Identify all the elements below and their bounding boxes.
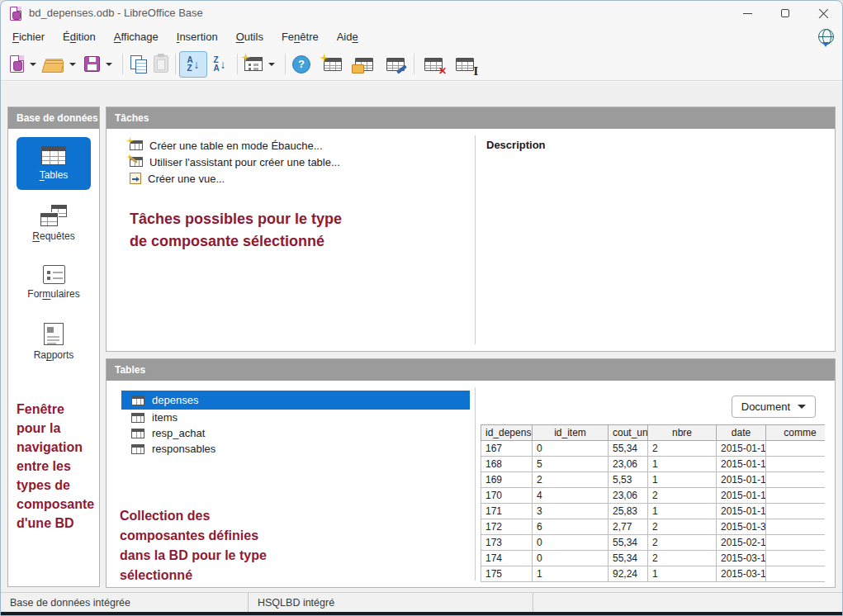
sort-descending-button[interactable]: Z A ↓ — [206, 52, 233, 77]
sort-ascending-button[interactable]: A Z ↓ — [180, 52, 206, 77]
grid-cell[interactable]: 55,34 — [609, 535, 648, 551]
new-database-button[interactable] — [7, 53, 26, 75]
grid-cell[interactable]: 168 — [481, 457, 533, 472]
new-table-button[interactable] — [321, 55, 344, 73]
grid-cell[interactable]: 23,06 — [609, 488, 648, 504]
task-table-wizard[interactable]: Utiliser l'assistant pour créer une tabl… — [130, 154, 340, 170]
grid-cell[interactable]: 175 — [481, 566, 533, 582]
table-item-items[interactable]: items — [121, 410, 470, 425]
grid-cell[interactable]: 172 — [481, 519, 533, 535]
grid-cell[interactable]: 171 — [481, 504, 533, 519]
grid-cell[interactable]: 3 — [533, 504, 609, 519]
edit-table-button[interactable] — [384, 55, 407, 73]
grid-cell[interactable]: 170 — [481, 488, 533, 504]
grid-cell[interactable] — [766, 535, 826, 551]
open-button[interactable] — [42, 54, 66, 75]
new-database-dropdown-arrow[interactable] — [30, 63, 36, 66]
sidebar-item-rapports[interactable]: Rapports — [17, 315, 91, 368]
close-button[interactable] — [804, 1, 842, 26]
help-button[interactable]: ? — [290, 53, 313, 76]
paste-button[interactable] — [151, 53, 171, 75]
grid-cell[interactable]: 25,83 — [609, 504, 648, 519]
menu-affichage[interactable]: Affichage — [105, 27, 168, 46]
grid-cell[interactable]: 0 — [533, 441, 609, 457]
grid-cell[interactable]: 2015-03-15 — [717, 551, 766, 566]
grid-cell[interactable]: 169 — [481, 472, 533, 488]
menu-fenetre[interactable]: Fenêtre — [272, 27, 328, 46]
save-button[interactable] — [82, 54, 102, 74]
grid-cell[interactable] — [766, 472, 826, 488]
grid-cell[interactable]: 2015-01-15 — [717, 504, 766, 519]
form-wizard-button[interactable] — [242, 54, 265, 73]
grid-cell[interactable]: 4 — [533, 488, 609, 504]
grid-cell[interactable]: 1 — [648, 457, 717, 472]
grid-column-header[interactable]: nbre — [648, 425, 717, 441]
grid-cell[interactable]: 2015-01-15 — [717, 457, 766, 472]
menu-fichier[interactable]: Fichier — [3, 27, 54, 46]
sidebar-item-requetes[interactable]: Requêtes — [17, 197, 91, 249]
grid-cell[interactable]: 173 — [481, 535, 533, 551]
grid-column-header[interactable]: id_item — [533, 425, 609, 441]
grid-cell[interactable]: 23,06 — [609, 457, 648, 472]
grid-cell[interactable]: 2 — [648, 535, 717, 551]
grid-cell[interactable] — [766, 551, 826, 566]
title-bar[interactable]: bd_depenses.odb - LibreOffice Base — [1, 1, 842, 26]
grid-cell[interactable]: 174 — [481, 551, 533, 566]
grid-cell[interactable]: 1 — [533, 566, 609, 582]
grid-cell[interactable]: 2 — [648, 488, 717, 504]
table-item-depenses[interactable]: depenses — [121, 391, 470, 410]
maximize-button[interactable] — [766, 1, 804, 26]
form-wizard-dropdown-arrow[interactable] — [268, 63, 275, 66]
grid-cell[interactable]: 2 — [648, 441, 717, 457]
grid-cell[interactable]: 5,53 — [609, 472, 648, 488]
grid-cell[interactable]: 2015-01-15 — [717, 488, 766, 504]
grid-cell[interactable]: 2 — [533, 472, 609, 488]
grid-column-header[interactable]: id_depense — [481, 425, 533, 441]
grid-cell[interactable] — [766, 441, 826, 457]
task-create-table-design[interactable]: Créer une table en mode Ébauche... — [130, 137, 340, 154]
grid-cell[interactable]: 1 — [648, 472, 717, 488]
grid-cell[interactable] — [766, 566, 826, 582]
grid-cell[interactable]: 2,77 — [609, 519, 648, 535]
grid-cell[interactable]: 2015-03-15 — [717, 566, 766, 582]
grid-cell[interactable]: 0 — [533, 535, 609, 551]
menu-aide[interactable]: Aide — [328, 27, 367, 46]
minimize-button[interactable] — [728, 1, 766, 26]
grid-cell[interactable]: 5 — [533, 457, 609, 472]
menu-outils[interactable]: Outils — [227, 27, 272, 46]
menu-insertion[interactable]: Insertion — [168, 27, 227, 46]
grid-cell[interactable]: 167 — [481, 441, 533, 457]
grid-cell[interactable]: 92,24 — [609, 566, 648, 582]
grid-cell[interactable]: 2 — [648, 519, 717, 535]
task-create-view[interactable]: Créer une vue... — [130, 170, 340, 187]
open-dropdown-arrow[interactable] — [69, 63, 76, 66]
grid-cell[interactable]: 2015-01-15 — [717, 441, 766, 457]
grid-cell[interactable]: 2015-02-15 — [717, 535, 766, 551]
table-item-responsables[interactable]: responsables — [121, 441, 470, 457]
grid-cell[interactable]: 55,34 — [609, 441, 648, 457]
grid-cell[interactable] — [766, 457, 826, 472]
rename-table-button[interactable] — [453, 55, 476, 73]
menu-edition[interactable]: Édition — [54, 27, 105, 46]
grid-column-header[interactable]: date — [717, 425, 766, 441]
grid-cell[interactable]: 55,34 — [609, 551, 648, 566]
grid-cell[interactable]: 2015-01-15 — [717, 472, 766, 488]
update-globe-icon[interactable] — [818, 29, 834, 45]
grid-cell[interactable] — [766, 488, 826, 504]
sidebar-item-tables[interactable]: Tables — [17, 137, 91, 190]
grid-cell[interactable]: 1 — [648, 504, 717, 519]
save-dropdown-arrow[interactable] — [106, 63, 112, 66]
document-dropdown-button[interactable]: Document — [732, 396, 816, 418]
sidebar-item-formulaires[interactable]: Formulaires — [17, 256, 91, 309]
delete-table-button[interactable] — [422, 55, 445, 73]
table-item-resp-achat[interactable]: resp_achat — [121, 425, 470, 441]
grid-cell[interactable]: 2015-01-30 — [717, 519, 766, 535]
copy-button[interactable] — [127, 53, 151, 76]
open-table-button[interactable] — [353, 55, 376, 73]
grid-cell[interactable]: 6 — [533, 519, 609, 535]
grid-cell[interactable]: 0 — [533, 551, 609, 566]
grid-cell[interactable] — [766, 519, 826, 535]
grid-cell[interactable] — [766, 504, 826, 519]
grid-column-header[interactable]: cout_unitaire — [609, 425, 648, 441]
grid-column-header[interactable]: comme — [766, 425, 826, 441]
